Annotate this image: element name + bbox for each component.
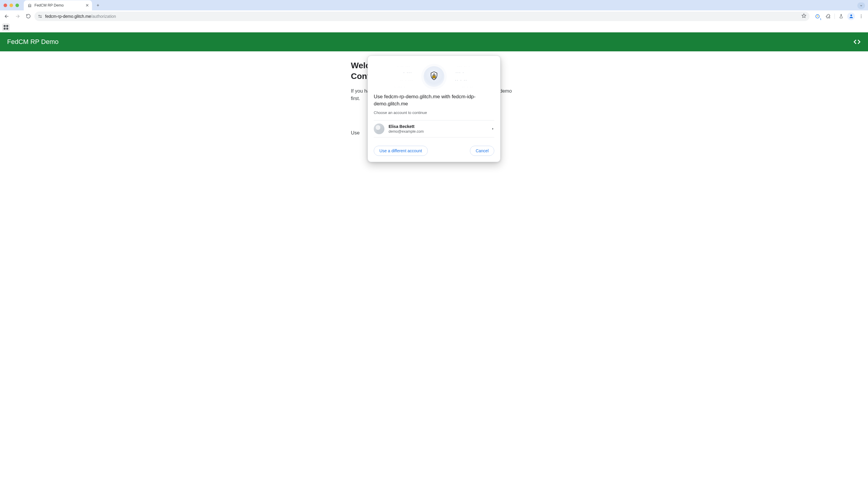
new-tab-button[interactable]: + xyxy=(94,1,102,9)
speckle-decor: · ·· ··· xyxy=(398,65,410,68)
url-path: /authorization xyxy=(91,14,116,19)
browser-tab[interactable]: FedCM RP Demo ✕ xyxy=(24,0,92,10)
account-row[interactable]: Elisa Beckett demo@example.com xyxy=(374,120,494,138)
speckle-decor: ··· ·· · xyxy=(458,65,470,68)
svg-point-4 xyxy=(861,14,862,15)
extensions-puzzle-icon[interactable] xyxy=(824,12,833,21)
url-text: fedcm-rp-demo.glitch.me/authorization xyxy=(45,14,116,19)
window-minimize-button[interactable] xyxy=(9,4,13,7)
dialog-hero: · ·· ··· ··· ·· · • ••• ••• • ·· · ··· •… xyxy=(374,62,494,91)
nav-forward-button[interactable] xyxy=(13,12,22,21)
bookmark-star-icon[interactable] xyxy=(801,13,807,19)
use-different-account-button[interactable]: Use a different account xyxy=(374,146,428,156)
svg-point-5 xyxy=(861,16,862,16)
tab-close-button[interactable]: ✕ xyxy=(86,3,89,8)
app-title: FedCM RP Demo xyxy=(7,38,59,46)
labs-flask-icon[interactable] xyxy=(837,12,845,21)
svg-point-0 xyxy=(39,15,39,16)
svg-point-3 xyxy=(850,14,852,16)
window-zoom-button[interactable] xyxy=(16,4,19,7)
svg-point-1 xyxy=(41,17,41,18)
speckle-decor: • ••• xyxy=(403,71,412,74)
svg-point-8 xyxy=(434,76,435,77)
bookmarks-bar xyxy=(0,22,868,32)
lock-shield-icon xyxy=(429,71,439,82)
toolbar-divider xyxy=(834,14,835,19)
view-source-icon[interactable] xyxy=(853,38,861,46)
window-close-button[interactable] xyxy=(4,4,7,7)
fedcm-dialog: · ·· ··· ··· ·· · • ••• ••• • ·· · ··· •… xyxy=(368,56,500,162)
kebab-menu-icon[interactable] xyxy=(857,12,866,21)
speckle-decor: ••• • xyxy=(456,71,465,74)
nav-reload-button[interactable] xyxy=(24,12,33,21)
profile-avatar-button[interactable] xyxy=(847,12,855,20)
site-settings-icon[interactable] xyxy=(37,14,43,19)
window-controls xyxy=(4,4,19,7)
speckle-decor: · ··· · xyxy=(395,86,406,88)
extension-devtools-icon[interactable]: 1 xyxy=(813,12,822,21)
account-avatar xyxy=(374,123,384,134)
speckle-decor: ·· · ··· xyxy=(400,79,413,82)
cancel-button[interactable]: Cancel xyxy=(470,146,494,156)
tab-favicon-bank-icon xyxy=(27,3,32,8)
chevron-right-icon xyxy=(491,126,494,131)
hero-blob xyxy=(424,66,444,87)
browser-toolbar: fedcm-rp-demo.glitch.me/authorization 1 xyxy=(0,10,868,22)
browser-tabstrip: FedCM RP Demo ✕ + xyxy=(0,0,868,10)
account-email: demo@example.com xyxy=(389,129,424,133)
apps-grid-icon[interactable] xyxy=(2,24,9,31)
account-name: Elisa Beckett xyxy=(389,124,424,129)
svg-point-6 xyxy=(861,17,862,18)
dialog-subtitle: Choose an account to continue xyxy=(374,111,494,115)
address-bar[interactable]: fedcm-rp-demo.glitch.me/authorization xyxy=(34,11,809,21)
tab-title: FedCM RP Demo xyxy=(34,3,64,7)
tab-search-button[interactable] xyxy=(857,2,865,9)
app-header: FedCM RP Demo xyxy=(0,32,868,51)
dialog-title: Use fedcm-rp-demo.glitch.me with fedcm-i… xyxy=(374,93,494,108)
speckle-decor: •• • •• xyxy=(455,79,468,82)
speckle-decor: ·· · ·· xyxy=(462,86,473,88)
url-domain: fedcm-rp-demo.glitch.me xyxy=(45,14,91,19)
page-viewport: FedCM RP Demo Welcome to FedCM RP Demo w… xyxy=(0,32,868,141)
para2-prefix: Use xyxy=(351,130,361,135)
nav-back-button[interactable] xyxy=(2,12,11,21)
